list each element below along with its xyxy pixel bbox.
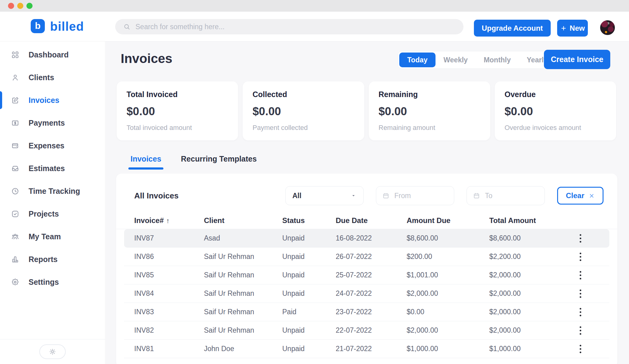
cell-amount-due: $200.00	[407, 252, 489, 261]
theme-toggle[interactable]	[39, 344, 66, 359]
sidebar-item-label: Estimates	[29, 164, 65, 173]
cell-status: Unpaid	[282, 345, 336, 353]
search-input[interactable]	[135, 23, 455, 31]
chevron-down-icon	[350, 193, 357, 199]
stat-cards: Total Invoiced $0.00 Total invoiced amou…	[117, 81, 616, 140]
cell-total-amount: $2,000.00	[489, 308, 557, 316]
sidebar-item-my-team[interactable]: My Team	[0, 225, 105, 248]
status-filter-select[interactable]: All	[285, 186, 364, 205]
user-avatar[interactable]	[600, 20, 615, 35]
cell-invoice: INV83	[134, 308, 204, 316]
range-tab-today[interactable]: Today	[399, 53, 436, 67]
column-header-due-date[interactable]: Due Date	[336, 216, 407, 225]
row-menu-button[interactable]	[574, 305, 587, 319]
cell-invoice: INV81	[134, 345, 204, 353]
traffic-light-zoom[interactable]	[26, 3, 33, 9]
kebab-icon	[579, 289, 582, 298]
cell-due-date: 24-07-2022	[336, 289, 407, 298]
invoice-row-inv83[interactable]: INV83 Saif Ur Rehman Paid 23-07-2022 $0.…	[124, 303, 609, 321]
cell-total-amount: $2,000.00	[489, 326, 557, 335]
row-menu-button[interactable]	[574, 250, 587, 264]
bar-chart-icon	[11, 255, 19, 264]
user-icon	[11, 73, 19, 82]
cell-status: Unpaid	[282, 326, 336, 335]
sidebar-nav: Dashboard Clients Invoices Payments Expe…	[0, 41, 105, 293]
range-tab-weekly[interactable]: Weekly	[436, 53, 476, 67]
invoice-row-inv85[interactable]: INV85 Saif Ur Rehman Unpaid 25-07-2022 $…	[124, 266, 609, 284]
sidebar-item-clients[interactable]: Clients	[0, 66, 105, 89]
from-date-field[interactable]	[394, 192, 440, 200]
plus-icon	[560, 25, 567, 32]
traffic-light-close[interactable]	[8, 3, 14, 9]
search-icon	[123, 23, 131, 30]
clear-filters-button[interactable]: Clear	[557, 187, 604, 205]
sidebar-item-label: Time Tracking	[29, 187, 80, 196]
users-icon	[11, 233, 19, 241]
to-date-input[interactable]	[467, 186, 545, 205]
tab-label: Invoices	[131, 155, 161, 163]
to-date-field[interactable]	[485, 192, 531, 200]
cell-client: Saif Ur Rehman	[204, 308, 282, 316]
brand-wordmark: billed	[50, 20, 84, 33]
cell-client: Saif Ur Rehman	[204, 289, 282, 298]
sidebar-item-label: Settings	[29, 278, 59, 287]
cell-amount-due: $8,600.00	[407, 234, 489, 242]
sidebar-item-expenses[interactable]: Expenses	[0, 134, 105, 157]
app-header: b billed Upgrade Account New	[0, 12, 629, 41]
main-content: Invoices Today Weekly Monthly Yearly Cre…	[106, 41, 629, 364]
row-menu-button[interactable]	[574, 232, 587, 245]
cell-due-date: 21-07-2022	[336, 345, 407, 353]
search-bar[interactable]	[115, 19, 463, 34]
traffic-light-minimize[interactable]	[17, 3, 23, 9]
invoices-panel: All Invoices All Clear	[116, 174, 617, 364]
column-label: Due Date	[336, 216, 368, 225]
cell-amount-due: $2,000.00	[407, 289, 489, 298]
stat-title: Collected	[252, 90, 354, 99]
sidebar-item-projects[interactable]: Projects	[0, 202, 105, 225]
sidebar-item-payments[interactable]: Payments	[0, 112, 105, 134]
upgrade-account-button[interactable]: Upgrade Account	[474, 20, 551, 37]
column-header-total-amount[interactable]: Total Amount	[489, 216, 557, 225]
row-menu-button[interactable]	[574, 342, 587, 356]
row-menu-button[interactable]	[574, 324, 587, 337]
sidebar-item-settings[interactable]: Settings	[0, 271, 105, 293]
sidebar-item-invoices[interactable]: Invoices	[0, 89, 105, 112]
calendar-icon	[382, 192, 389, 199]
cell-total-amount: $2,200.00	[489, 252, 557, 261]
new-button[interactable]: New	[557, 20, 588, 37]
cell-due-date: 23-07-2022	[336, 308, 407, 316]
sidebar-item-estimates[interactable]: Estimates	[0, 157, 105, 180]
kebab-icon	[579, 307, 582, 317]
cell-status: Unpaid	[282, 252, 336, 261]
cell-amount-due: $1,000.00	[407, 345, 489, 353]
kebab-icon	[579, 344, 582, 354]
sidebar-item-reports[interactable]: Reports	[0, 248, 105, 271]
cell-invoice: INV87	[134, 234, 204, 242]
create-invoice-button[interactable]: Create Invoice	[544, 50, 610, 69]
column-header-status[interactable]: Status	[282, 216, 336, 225]
invoice-row-inv82[interactable]: INV82 Saif Ur Rehman Unpaid 22-07-2022 $…	[124, 321, 609, 340]
column-header-invoice[interactable]: Invoice#	[134, 216, 204, 225]
sidebar-footer	[0, 339, 105, 364]
from-date-input[interactable]	[376, 186, 454, 205]
row-menu-button[interactable]	[574, 268, 587, 282]
app-logo[interactable]: b	[31, 19, 45, 33]
invoice-row-inv87[interactable]: INV87 Asad Unpaid 16-08-2022 $8,600.00 $…	[124, 229, 609, 248]
row-menu-button[interactable]	[574, 287, 587, 300]
stat-title: Overdue	[505, 90, 606, 99]
sidebar: Dashboard Clients Invoices Payments Expe…	[0, 41, 105, 364]
cell-client: Saif Ur Rehman	[204, 326, 282, 335]
sidebar-item-time-tracking[interactable]: Time Tracking	[0, 180, 105, 202]
invoice-row-inv86[interactable]: INV86 Saif Ur Rehman Unpaid 26-07-2022 $…	[124, 248, 609, 266]
invoice-row-inv81[interactable]: INV81 John Doe Unpaid 21-07-2022 $1,000.…	[124, 340, 609, 358]
cell-total-amount: $2,000.00	[489, 271, 557, 279]
clear-label: Clear	[566, 191, 584, 200]
cell-invoice: INV82	[134, 326, 204, 335]
tab-recurring-templates[interactable]: Recurring Templates	[181, 155, 257, 170]
invoice-row-inv84[interactable]: INV84 Saif Ur Rehman Unpaid 24-07-2022 $…	[124, 284, 609, 303]
column-header-client[interactable]: Client	[204, 216, 282, 225]
column-header-amount-due[interactable]: Amount Due	[407, 216, 489, 225]
tab-invoices[interactable]: Invoices	[131, 155, 161, 170]
range-tab-monthly[interactable]: Monthly	[476, 53, 519, 67]
sidebar-item-dashboard[interactable]: Dashboard	[0, 43, 105, 66]
